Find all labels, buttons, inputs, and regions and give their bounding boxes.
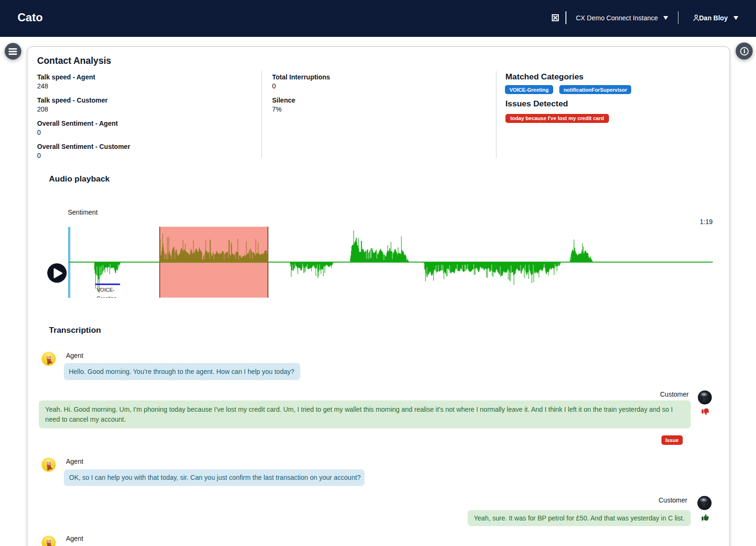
svg-text:VOICE-: VOICE- <box>97 287 115 293</box>
svg-text:Greeting: Greeting <box>97 295 117 298</box>
